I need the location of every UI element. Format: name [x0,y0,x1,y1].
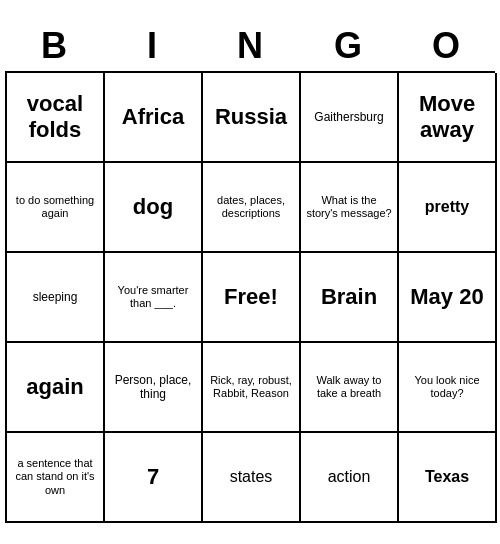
cell-text-15: again [26,374,83,400]
cell-10: sleeping [7,253,105,343]
cell-text-6: dog [133,194,173,220]
cell-4: Move away [399,73,497,163]
cell-20: a sentence that can stand on it's own [7,433,105,523]
cell-text-23: action [328,467,371,486]
bingo-title: BINGO [5,21,495,71]
cell-text-4: Move away [403,91,491,144]
cell-6: dog [105,163,203,253]
cell-text-11: You're smarter than ___. [109,284,197,310]
cell-text-14: May 20 [410,284,483,310]
cell-12: Free! [203,253,301,343]
title-letter-G: G [301,25,395,67]
cell-text-19: You look nice today? [403,374,491,400]
cell-2: Russia [203,73,301,163]
title-letter-I: I [105,25,199,67]
cell-text-8: What is the story's message? [305,194,393,220]
cell-text-24: Texas [425,467,469,486]
cell-1: Africa [105,73,203,163]
cell-8: What is the story's message? [301,163,399,253]
cell-text-17: Rick, ray, robust, Rabbit, Reason [207,374,295,400]
cell-text-9: pretty [425,197,469,216]
title-letter-N: N [203,25,297,67]
cell-11: You're smarter than ___. [105,253,203,343]
cell-0: vocal folds [7,73,105,163]
cell-18: Walk away to take a breath [301,343,399,433]
cell-7: dates, places, descriptions [203,163,301,253]
cell-text-22: states [230,467,273,486]
title-letter-B: B [7,25,101,67]
bingo-grid: vocal foldsAfricaRussiaGaithersburgMove … [5,71,495,523]
cell-13: Brain [301,253,399,343]
cell-text-20: a sentence that can stand on it's own [11,457,99,497]
cell-text-5: to do something again [11,194,99,220]
cell-23: action [301,433,399,523]
cell-3: Gaithersburg [301,73,399,163]
cell-text-21: 7 [147,464,159,490]
cell-text-2: Russia [215,104,287,130]
bingo-card: BINGO vocal foldsAfricaRussiaGaithersbur… [5,21,495,523]
cell-5: to do something again [7,163,105,253]
cell-text-13: Brain [321,284,377,310]
cell-text-3: Gaithersburg [314,110,383,124]
cell-22: states [203,433,301,523]
cell-text-16: Person, place, thing [109,373,197,402]
cell-16: Person, place, thing [105,343,203,433]
title-letter-O: O [399,25,493,67]
cell-14: May 20 [399,253,497,343]
cell-19: You look nice today? [399,343,497,433]
cell-text-0: vocal folds [11,91,99,144]
cell-17: Rick, ray, robust, Rabbit, Reason [203,343,301,433]
cell-text-7: dates, places, descriptions [207,194,295,220]
cell-text-1: Africa [122,104,184,130]
cell-text-12: Free! [224,284,278,310]
cell-15: again [7,343,105,433]
cell-21: 7 [105,433,203,523]
cell-24: Texas [399,433,497,523]
cell-9: pretty [399,163,497,253]
cell-text-18: Walk away to take a breath [305,374,393,400]
cell-text-10: sleeping [33,290,78,304]
